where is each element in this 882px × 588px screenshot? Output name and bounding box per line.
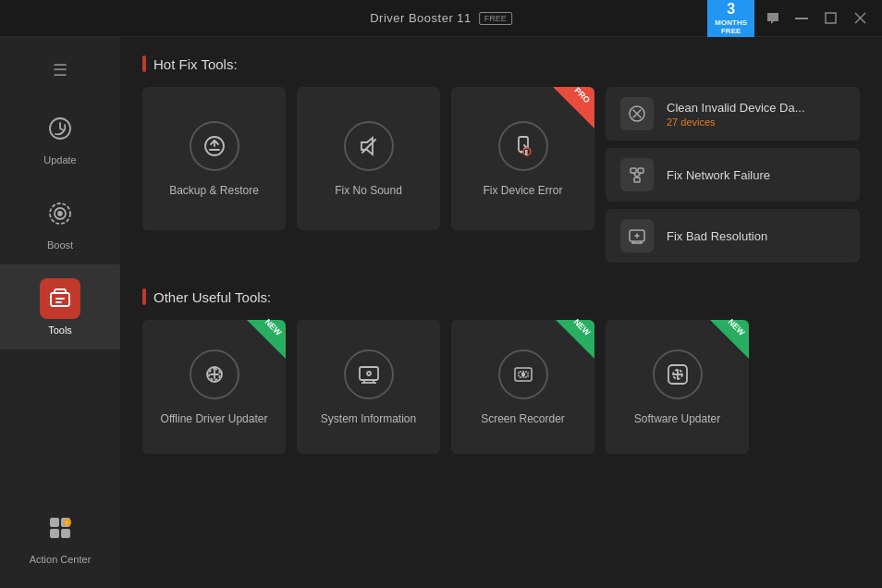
fix-network-text: Fix Network Failure (667, 168, 845, 182)
fix-network-item[interactable]: Fix Network Failure (606, 148, 860, 202)
fix-device-error-icon: ! (498, 121, 548, 171)
useful-section-title: Other Useful Tools: (153, 289, 271, 305)
fix-no-sound-label: Fix No Sound (335, 184, 402, 197)
action-center-label: Action Center (30, 554, 92, 565)
content-area: Hot Fix Tools: Backup & Restore (120, 37, 882, 588)
svg-text:!: ! (66, 521, 67, 526)
offline-driver-card[interactable]: NEW Offline Driver Updater (142, 320, 286, 454)
boost-icon-wrap (40, 193, 80, 234)
hotfix-grid: Backup & Restore Fix No Sound PRO (142, 87, 860, 263)
update-icon-wrap (40, 108, 80, 149)
svg-rect-29 (638, 168, 643, 173)
promo-badge[interactable]: 3 MONTHS FREE (707, 0, 754, 39)
title-bar-right: 3 MONTHS FREE (707, 0, 873, 39)
sidebar-item-update[interactable]: Update (0, 94, 120, 179)
sidebar: ☰ Update (0, 37, 120, 588)
screen-recorder-icon (498, 349, 548, 399)
svg-point-7 (58, 212, 62, 215)
clean-invalid-icon (620, 97, 654, 130)
fix-no-sound-card[interactable]: Fix No Sound (297, 87, 440, 230)
svg-rect-13 (50, 529, 59, 538)
hotfix-list: Clean Invalid Device Da... 27 devices (606, 87, 860, 263)
fix-resolution-icon (620, 219, 654, 252)
hotfix-section-title: Hot Fix Tools: (153, 56, 238, 72)
title-bar: Driver Booster 11 FREE 3 MONTHS FREE (0, 0, 882, 37)
backup-restore-card[interactable]: Backup & Restore (142, 87, 286, 230)
app-title: Driver Booster 11 (370, 11, 472, 25)
fix-resolution-text: Fix Bad Resolution (667, 229, 845, 243)
fix-device-error-card[interactable]: PRO ! Fix Device Error (451, 87, 594, 230)
maximize-button[interactable] (825, 12, 843, 24)
system-info-card[interactable]: System Information (297, 320, 440, 454)
title-bar-center: Driver Booster 11 FREE (370, 11, 512, 25)
hotfix-section-bar (142, 55, 146, 72)
tools-icon (47, 286, 73, 312)
software-updater-icon (653, 349, 703, 399)
sidebar-item-tools[interactable]: Tools (0, 264, 120, 349)
svg-rect-11 (50, 518, 59, 527)
svg-rect-28 (631, 168, 636, 173)
free-badge: FREE (479, 12, 512, 25)
clean-invalid-subtitle: 27 devices (667, 116, 845, 128)
svg-rect-14 (61, 529, 70, 538)
offline-driver-label: Offline Driver Updater (153, 412, 276, 425)
main-layout: ☰ Update (0, 37, 882, 588)
system-info-label: System Information (313, 412, 423, 425)
update-icon (47, 116, 73, 141)
software-updater-card[interactable]: NEW Software Updater (606, 320, 749, 454)
update-label: Update (43, 154, 76, 165)
promo-line3: FREE (715, 27, 747, 36)
backup-restore-icon (190, 121, 239, 171)
screen-recorder-card[interactable]: NEW Screen Recorder (451, 320, 594, 454)
offline-driver-icon (190, 349, 239, 399)
system-info-icon (344, 349, 394, 399)
svg-rect-39 (360, 367, 378, 380)
clean-invalid-item[interactable]: Clean Invalid Device Da... 27 devices (606, 87, 860, 141)
sidebar-item-action-center[interactable]: ! Action Center (0, 494, 120, 579)
svg-point-43 (367, 372, 371, 375)
sidebar-item-boost[interactable]: Boost (0, 179, 120, 264)
fix-network-title: Fix Network Failure (667, 168, 845, 182)
boost-label: Boost (47, 239, 73, 251)
svg-rect-0 (795, 18, 808, 19)
tools-label: Tools (48, 325, 72, 336)
hotfix-section-header: Hot Fix Tools: (142, 55, 860, 72)
action-center-icon-wrap: ! (40, 508, 80, 548)
svg-rect-8 (51, 293, 69, 306)
boost-icon (47, 201, 73, 227)
fix-resolution-title: Fix Bad Resolution (667, 229, 845, 243)
clean-invalid-text: Clean Invalid Device Da... 27 devices (667, 101, 845, 128)
useful-section-header: Other Useful Tools: (142, 288, 860, 305)
useful-section-bar (142, 288, 146, 305)
tools-icon-wrap (40, 278, 80, 319)
svg-rect-1 (826, 13, 836, 23)
svg-rect-30 (634, 178, 640, 182)
close-button[interactable] (854, 12, 873, 24)
screen-recorder-label: Screen Recorder (473, 412, 572, 425)
fix-device-error-label: Fix Device Error (483, 184, 562, 197)
minimize-button[interactable] (795, 18, 814, 19)
fix-network-icon (620, 158, 654, 191)
promo-line1: 3 (715, 0, 747, 18)
software-updater-label: Software Updater (627, 412, 728, 425)
promo-line2: MONTHS (715, 18, 747, 28)
fix-resolution-item[interactable]: Fix Bad Resolution (606, 209, 860, 263)
action-center-icon: ! (47, 515, 73, 541)
clean-invalid-title: Clean Invalid Device Da... (667, 101, 845, 115)
backup-restore-label: Backup & Restore (169, 184, 259, 197)
fix-no-sound-icon (344, 121, 394, 171)
hamburger-menu-icon[interactable]: ☰ (48, 55, 72, 85)
svg-point-46 (521, 373, 524, 375)
useful-grid: NEW Offline Driver Updater (142, 320, 860, 454)
chat-button[interactable] (766, 11, 784, 26)
